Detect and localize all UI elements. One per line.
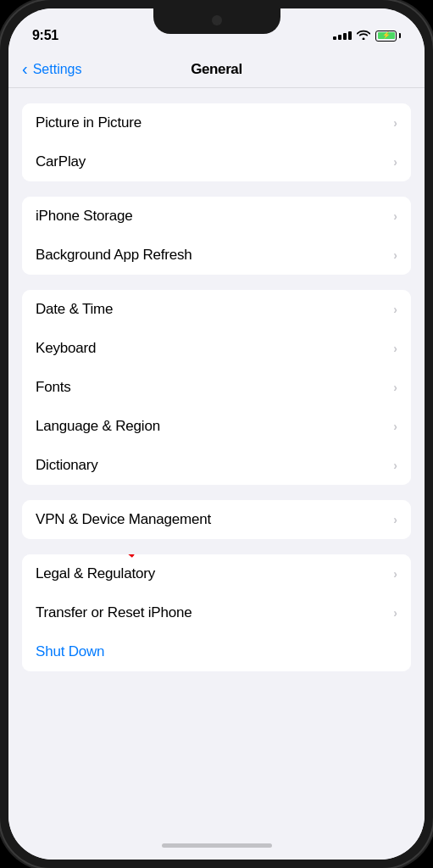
list-item-iphone-storage[interactable]: iPhone Storage › — [22, 197, 411, 236]
status-icons: ⚡ — [333, 30, 401, 42]
battery-icon: ⚡ — [375, 31, 401, 42]
home-indicator — [8, 831, 425, 860]
list-item-vpn[interactable]: VPN & Device Management › — [22, 500, 411, 539]
list-item-keyboard[interactable]: Keyboard › — [22, 329, 411, 368]
chevron-icon: › — [393, 248, 397, 262]
back-button[interactable]: ‹ Settings — [22, 59, 81, 79]
section-5: Legal & Regulatory › Transfer or Reset i… — [8, 554, 425, 671]
list-item-carplay[interactable]: CarPlay › — [22, 142, 411, 181]
shut-down-label: Shut Down — [36, 643, 104, 660]
page-title: General — [191, 61, 242, 78]
list-item-shut-down[interactable]: Shut Down — [22, 632, 411, 671]
section-2: iPhone Storage › Background App Refresh … — [8, 197, 425, 275]
scroll-content: Picture in Picture › CarPlay › iPhone St… — [8, 88, 425, 831]
phone-shell: 9:51 — [0, 0, 433, 868]
card-section-5: Legal & Regulatory › Transfer or Reset i… — [22, 554, 411, 671]
list-item-transfer-reset[interactable]: Transfer or Reset iPhone › — [22, 593, 411, 632]
carplay-label: CarPlay — [36, 153, 86, 170]
chevron-icon: › — [393, 459, 397, 472]
fonts-label: Fonts — [36, 379, 71, 396]
list-item-dictionary[interactable]: Dictionary › — [22, 446, 411, 485]
chevron-icon: › — [393, 155, 397, 169]
picture-in-picture-label: Picture in Picture — [36, 114, 142, 131]
notch — [153, 8, 280, 34]
back-label: Settings — [33, 62, 82, 77]
keyboard-label: Keyboard — [36, 340, 96, 357]
chevron-icon: › — [393, 116, 397, 130]
date-time-label: Date & Time — [36, 301, 113, 318]
list-item-fonts[interactable]: Fonts › — [22, 368, 411, 407]
section-1: Picture in Picture › CarPlay › — [8, 103, 425, 181]
chevron-icon: › — [393, 606, 397, 620]
chevron-icon: › — [393, 513, 397, 526]
chevron-icon: › — [393, 381, 397, 394]
chevron-icon: › — [393, 303, 397, 316]
legal-label: Legal & Regulatory — [36, 565, 155, 582]
chevron-icon: › — [393, 342, 397, 355]
list-item-legal[interactable]: Legal & Regulatory › — [22, 554, 411, 593]
card-section-2: iPhone Storage › Background App Refresh … — [22, 197, 411, 275]
card-section-3: Date & Time › Keyboard › Fonts › Languag… — [22, 290, 411, 485]
transfer-reset-label: Transfer or Reset iPhone — [36, 604, 192, 621]
signal-icon — [333, 31, 352, 40]
home-bar — [162, 843, 272, 848]
back-chevron-icon: ‹ — [22, 59, 28, 79]
list-item-picture-in-picture[interactable]: Picture in Picture › — [22, 103, 411, 142]
section-4: VPN & Device Management › — [8, 500, 425, 539]
camera — [212, 15, 222, 25]
background-app-refresh-label: Background App Refresh — [36, 247, 192, 264]
chevron-icon: › — [393, 209, 397, 223]
chevron-icon: › — [393, 420, 397, 433]
card-section-1: Picture in Picture › CarPlay › — [22, 103, 411, 181]
status-time: 9:51 — [32, 28, 58, 43]
list-item-language-region[interactable]: Language & Region › — [22, 407, 411, 446]
nav-bar: ‹ Settings General — [8, 51, 425, 88]
wifi-icon — [357, 30, 370, 42]
vpn-label: VPN & Device Management — [36, 511, 211, 528]
iphone-storage-label: iPhone Storage — [36, 208, 132, 225]
screen: 9:51 — [8, 8, 425, 860]
language-region-label: Language & Region — [36, 418, 160, 435]
card-section-4: VPN & Device Management › — [22, 500, 411, 539]
section-3: Date & Time › Keyboard › Fonts › Languag… — [8, 290, 425, 485]
chevron-icon: › — [393, 567, 397, 581]
list-item-background-app-refresh[interactable]: Background App Refresh › — [22, 236, 411, 275]
dictionary-label: Dictionary — [36, 457, 98, 474]
list-item-date-time[interactable]: Date & Time › — [22, 290, 411, 329]
